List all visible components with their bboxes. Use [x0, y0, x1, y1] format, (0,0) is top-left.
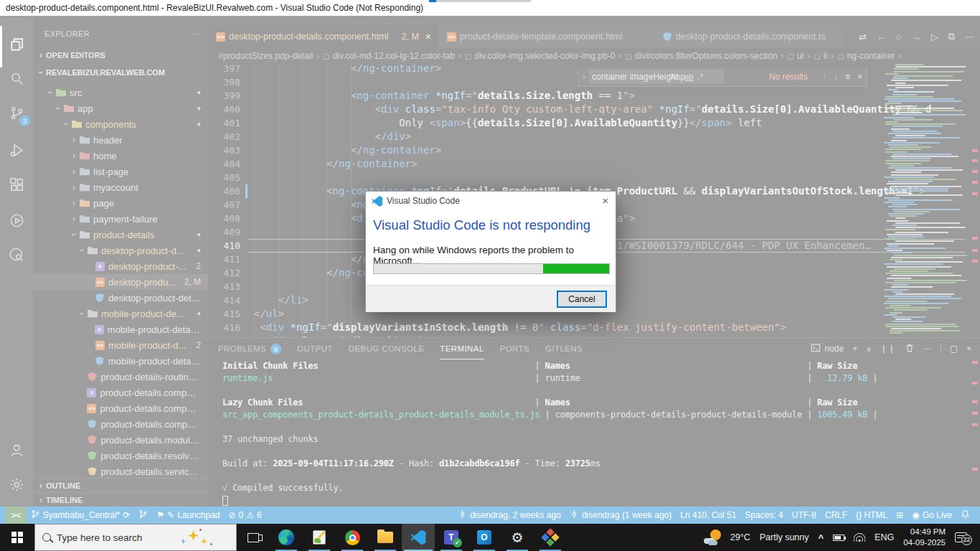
- status-item-right[interactable]: [956, 507, 974, 524]
- tree-item[interactable]: product-details-routing....: [33, 369, 208, 385]
- tree-item[interactable]: ›page: [33, 195, 208, 211]
- panel-tab-problems[interactable]: PROBLEMS6: [218, 338, 281, 359]
- run-debug-icon[interactable]: [0, 133, 33, 166]
- tree-item[interactable]: product-details.module.ts: [33, 432, 208, 448]
- minimap[interactable]: [881, 64, 970, 337]
- tree-item[interactable]: <>mobile-product-d...2: [33, 337, 208, 353]
- status-item-right[interactable]: disendrag (1 week ago): [565, 507, 676, 524]
- taskbar-app-settings[interactable]: ⚙: [501, 524, 534, 551]
- tree-item[interactable]: <>product-details.compon...: [33, 400, 208, 416]
- tree-item[interactable]: product-details.service.ts: [33, 463, 208, 479]
- dialog-titlebar[interactable]: Visual Studio Code ×: [366, 192, 616, 210]
- extensions-icon[interactable]: [0, 168, 33, 201]
- breadcrumb-segment[interactable]: ▢ul: [788, 51, 804, 61]
- tree-item[interactable]: ›components●: [33, 116, 208, 132]
- panel-tab-gitlens[interactable]: GITLENS: [545, 338, 583, 359]
- find-in-selection-icon[interactable]: ≡: [845, 72, 850, 82]
- more-actions-icon[interactable]: ⋯: [965, 32, 974, 42]
- taskbar-app-task-view[interactable]: [237, 524, 270, 551]
- taskbar-app-teams[interactable]: T✓: [435, 524, 468, 551]
- status-item-left[interactable]: ><: [6, 507, 27, 524]
- panel-tab-ports[interactable]: PORTS: [500, 338, 529, 359]
- tree-item[interactable]: ›myaccount: [33, 179, 208, 195]
- language-indicator[interactable]: ENG: [875, 532, 894, 542]
- tree-item[interactable]: ›header: [33, 132, 208, 148]
- editor-tab[interactable]: desktop-product-details.component.ts: [654, 25, 842, 48]
- navigate-circle-icon[interactable]: ○: [896, 32, 902, 42]
- find-input[interactable]: [589, 70, 724, 84]
- tree-item[interactable]: #product-details.compon...: [33, 385, 208, 400]
- split-terminal-icon[interactable]: ❘❘: [880, 344, 896, 354]
- outline-section[interactable]: › OUTLINE: [33, 478, 208, 492]
- tree-item[interactable]: product-details.compon...: [33, 416, 208, 432]
- tree-item[interactable]: mobile-product-details....: [33, 353, 208, 369]
- explorer-icon[interactable]: [0, 27, 33, 60]
- status-item-right[interactable]: Spaces: 4: [740, 507, 787, 524]
- breadcrumb-segment[interactable]: ▢li: [814, 51, 827, 61]
- taskbar-app-notepad[interactable]: [303, 524, 336, 551]
- remote-search-icon[interactable]: [0, 238, 33, 271]
- settings-icon[interactable]: [0, 468, 33, 501]
- tree-item[interactable]: #mobile-product-details....: [33, 321, 208, 337]
- weather-icon[interactable]: [704, 529, 721, 545]
- tree-item[interactable]: ›src●: [33, 85, 208, 100]
- find-close-icon[interactable]: ×: [857, 72, 862, 82]
- status-item-right[interactable]: UTF-8: [788, 507, 821, 524]
- clock[interactable]: 04:49 PM 04-09-2025: [903, 527, 946, 548]
- tab-close-icon[interactable]: ×: [425, 31, 431, 42]
- find-next-icon[interactable]: ↓: [834, 72, 838, 82]
- workspace-root-item[interactable]: › REVALEBIZUI.REVALWEB.COM: [33, 65, 208, 80]
- status-item-right[interactable]: ⊞: [892, 507, 908, 524]
- match-case-toggle[interactable]: Aa: [671, 72, 680, 81]
- close-panel-icon[interactable]: ×: [966, 344, 971, 354]
- status-item-right[interactable]: {} HTML: [852, 507, 892, 524]
- weather-label[interactable]: Partly sunny: [760, 532, 809, 542]
- tree-item[interactable]: ›mobile-product-de...●: [33, 306, 208, 321]
- breadcrumb-segment[interactable]: ▢ng-container: [837, 51, 895, 61]
- start-button[interactable]: [0, 524, 34, 551]
- tree-item[interactable]: <>desktop-produ...2, M: [33, 274, 208, 290]
- breadcrumb-segment[interactable]: #productSizes.pdp-detail: [218, 51, 313, 61]
- wifi-icon[interactable]: [854, 533, 865, 542]
- tree-item[interactable]: desktop-product-detail...: [33, 290, 208, 306]
- taskbar-search[interactable]: Type here to search: [34, 524, 237, 551]
- taskbar-app-outlook[interactable]: O: [468, 524, 501, 551]
- terminal-shell-selector[interactable]: node: [811, 343, 844, 355]
- tree-item[interactable]: ›product-details●: [33, 227, 208, 242]
- battery-icon[interactable]: [833, 534, 844, 541]
- breadcrumb-segment[interactable]: ▢div.color-img.selected-color-img.pb-0: [465, 51, 615, 61]
- navigate-back-icon[interactable]: ←: [877, 32, 886, 42]
- tree-item[interactable]: ›home: [33, 148, 208, 164]
- dialog-close-icon[interactable]: ×: [602, 194, 608, 207]
- status-item-right[interactable]: Ln 410, Col 51: [676, 507, 740, 524]
- breadcrumb-segment[interactable]: ▢div.col-md-12.col-lg-12.color-tab: [323, 51, 455, 61]
- taskbar-app-edge[interactable]: [270, 524, 303, 551]
- split-editor-icon[interactable]: ⧉: [948, 31, 955, 42]
- sidebar-more-actions-icon[interactable]: ⋯: [192, 29, 199, 39]
- action-center-icon[interactable]: 22: [955, 532, 967, 542]
- compare-changes-icon[interactable]: ⇄: [859, 32, 867, 42]
- panel-tab-terminal[interactable]: TERMINAL: [440, 338, 484, 359]
- test-explorer-icon[interactable]: [0, 204, 33, 237]
- editor-tab[interactable]: <>product-details-template.component.htm…: [439, 25, 654, 48]
- panel-tab-debug-console[interactable]: DEBUG CONSOLE: [349, 338, 425, 359]
- status-item-left[interactable]: Syambabu_Central*⟳: [27, 507, 134, 524]
- status-item-right[interactable]: ◉Go Live: [908, 507, 956, 524]
- whole-word-toggle[interactable]: ab: [684, 72, 693, 81]
- terminal-output[interactable]: Initial Chunk Files | Names | Raw Sizeru…: [222, 360, 973, 507]
- regex-toggle[interactable]: .*: [698, 72, 703, 81]
- tray-expand-icon[interactable]: ^: [818, 532, 824, 543]
- navigate-forward-icon[interactable]: →: [912, 32, 921, 42]
- tree-item[interactable]: ›app●: [33, 100, 208, 116]
- tree-item[interactable]: ›desktop-product-d...●: [33, 242, 208, 258]
- terminal-dropdown-icon[interactable]: ∨: [866, 345, 871, 353]
- status-item-left[interactable]: [134, 507, 152, 524]
- run-icon[interactable]: ▷: [931, 32, 938, 42]
- panel-tab-output[interactable]: OUTPUT: [297, 338, 333, 359]
- tree-item[interactable]: product-details.resolver.ts: [33, 448, 208, 463]
- status-item-left[interactable]: ⊘0⚠6: [225, 507, 266, 524]
- tree-item[interactable]: ›payment-failure: [33, 211, 208, 227]
- new-terminal-icon[interactable]: +: [852, 344, 857, 354]
- taskbar-app-chrome[interactable]: [336, 524, 369, 551]
- timeline-section[interactable]: › TIMELINE: [33, 492, 208, 507]
